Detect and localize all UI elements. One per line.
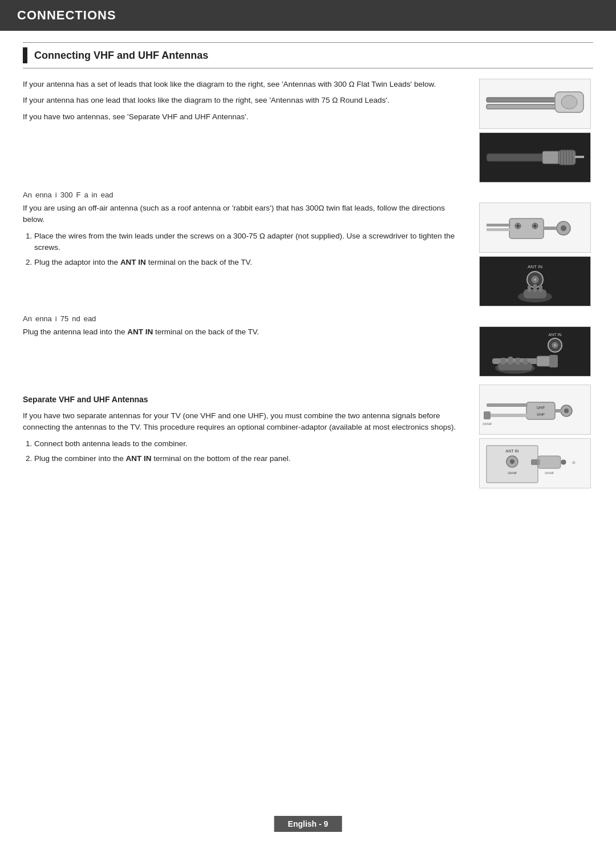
page-header: CONNECTIONS <box>0 0 616 31</box>
separate-heading: Separate VHF and UHF Antennas <box>23 394 468 406</box>
svg-rect-65 <box>531 459 538 465</box>
subsection-300-label-row: An enna i 300 F a in ead <box>23 191 593 199</box>
section-separate: Separate VHF and UHF Antennas If you hav… <box>23 385 593 488</box>
section-separate-text: Separate VHF and UHF Antennas If you hav… <box>23 385 468 488</box>
svg-rect-46 <box>523 359 528 365</box>
svg-rect-44 <box>508 357 513 365</box>
svg-rect-45 <box>516 358 520 365</box>
round-lead-svg <box>481 134 589 181</box>
combiner-svg-2: ANT IN ⊙VHF ⊙VHF ⊙ <box>481 440 589 487</box>
section-title: Connecting VHF and UHF Antennas <box>34 50 208 62</box>
ant-in-75-diagram: ANT IN <box>479 326 591 377</box>
svg-rect-4 <box>487 153 544 161</box>
svg-point-21 <box>561 225 566 231</box>
svg-rect-13 <box>509 219 544 238</box>
ant-in-bold-300: ANT IN <box>120 258 146 266</box>
page-footer: English - 9 <box>274 816 342 832</box>
separate-steps: Connect both antenna leads to the combin… <box>34 438 468 465</box>
svg-rect-31 <box>528 285 531 292</box>
intro-section: If your antenna has a set of leads that … <box>23 79 593 183</box>
section-heading: Connecting VHF and UHF Antennas <box>23 42 593 68</box>
svg-text:⊙VHF: ⊙VHF <box>483 422 492 426</box>
svg-rect-53 <box>487 403 528 407</box>
section-75: Plug the antenna lead into the ANT IN te… <box>23 326 593 377</box>
svg-rect-52 <box>554 409 561 413</box>
separate-step2: Plug the combiner into the ANT IN termin… <box>34 453 468 464</box>
section-75-text: Plug the antenna lead into the ANT IN te… <box>23 326 468 377</box>
section-300-diagrams: ANT IN <box>479 203 593 306</box>
flat-lead-svg <box>481 80 589 127</box>
adapter-diagram <box>479 203 591 253</box>
svg-rect-1 <box>487 104 561 109</box>
svg-text:⊙VHF: ⊙VHF <box>508 471 517 475</box>
ant-in-75-svg: ANT IN <box>481 328 589 375</box>
svg-point-37 <box>554 344 556 346</box>
svg-rect-54 <box>487 414 528 417</box>
combiner-diagram-1: UHF VHF ⊙VHF <box>479 385 591 435</box>
flat-lead-diagram <box>479 79 591 129</box>
svg-point-51 <box>564 409 569 413</box>
svg-point-3 <box>561 95 577 109</box>
svg-text:UHF: UHF <box>537 406 545 410</box>
svg-point-28 <box>534 278 536 281</box>
svg-rect-5 <box>542 151 560 164</box>
section-300-steps: Place the wires from the twin leads unde… <box>34 231 468 269</box>
ant-in-300-svg: ANT IN <box>481 258 589 305</box>
intro-diagrams <box>479 79 593 183</box>
svg-rect-40 <box>549 355 558 367</box>
intro-text: If your antenna has a set of leads that … <box>23 79 468 183</box>
ant-in-300-diagram: ANT IN <box>479 256 591 306</box>
section-75-body: Plug the antenna lead into the ANT IN te… <box>23 326 468 338</box>
section-bar <box>23 47 27 63</box>
svg-rect-62 <box>538 456 561 468</box>
footer-badge: English - 9 <box>274 816 342 832</box>
adapter-svg <box>481 204 589 251</box>
separate-body: If you have two separate antennas for yo… <box>23 410 468 434</box>
svg-rect-33 <box>539 285 542 292</box>
svg-text:ANT IN: ANT IN <box>549 333 562 337</box>
svg-text:VHF: VHF <box>537 413 545 417</box>
svg-point-60 <box>510 459 514 464</box>
separate-step1: Connect both antenna leads to the combin… <box>34 438 468 450</box>
intro-para1: If your antenna has a set of leads that … <box>23 79 468 90</box>
main-content: Connecting VHF and UHF Antennas If your … <box>0 42 616 488</box>
section-separate-diagrams: UHF VHF ⊙VHF <box>479 385 593 488</box>
section-300-body: If you are using an off-air antenna (suc… <box>23 203 468 226</box>
intro-para2: If your antenna has one lead that looks … <box>23 95 468 106</box>
svg-rect-47 <box>526 402 555 419</box>
svg-rect-55 <box>484 411 491 419</box>
combiner-diagram-2: ANT IN ⊙VHF ⊙VHF ⊙ <box>479 438 591 488</box>
svg-text:⊙VHF: ⊙VHF <box>545 471 554 475</box>
combiner-svg-1: UHF VHF ⊙VHF <box>481 386 589 433</box>
svg-text:⊙: ⊙ <box>572 460 576 464</box>
svg-rect-0 <box>487 98 561 102</box>
svg-point-66 <box>561 460 566 464</box>
ant-in-bold-75: ANT IN <box>127 328 153 336</box>
svg-text:ANT IN: ANT IN <box>528 264 542 269</box>
section-300-step1: Place the wires from the twin leads unde… <box>34 231 468 254</box>
svg-rect-12 <box>575 156 584 158</box>
svg-text:ANT IN: ANT IN <box>506 449 519 453</box>
subsection-75-label-row: An enna i 75 nd ead <box>23 314 593 323</box>
section-300-step2: Plug the adaptor into the ANT IN termina… <box>34 257 468 268</box>
section-75-diagram: ANT IN <box>479 326 593 377</box>
svg-rect-32 <box>533 284 537 292</box>
intro-para3: If you have two antennas, see 'Separate … <box>23 111 468 123</box>
svg-rect-39 <box>537 356 551 366</box>
svg-rect-43 <box>501 358 505 365</box>
section-300-text: If you are using an off-air antenna (suc… <box>23 203 468 306</box>
section-300: If you are using an off-air antenna (suc… <box>23 203 593 306</box>
svg-rect-23 <box>487 224 510 227</box>
svg-rect-24 <box>487 228 510 231</box>
svg-rect-22 <box>543 227 557 230</box>
page-title: CONNECTIONS <box>17 8 599 23</box>
round-lead-diagram <box>479 132 591 183</box>
ant-in-bold-sep: ANT IN <box>126 454 152 463</box>
